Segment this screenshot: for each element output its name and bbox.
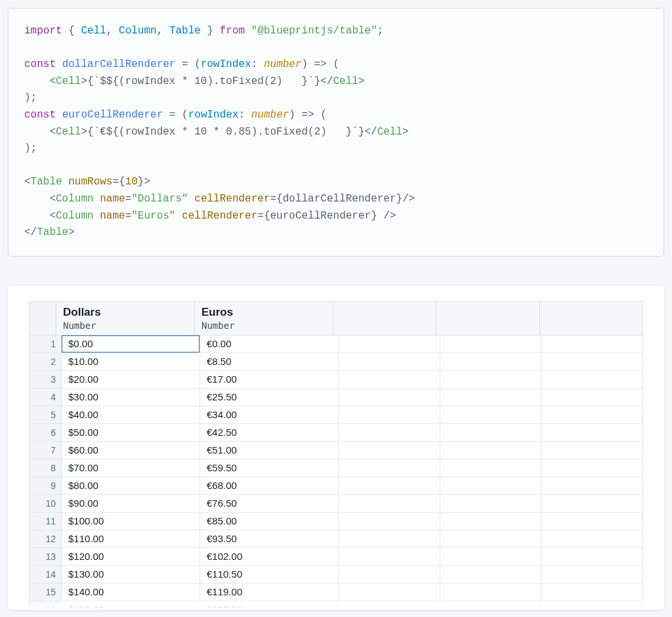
cell-empty[interactable] [440,424,542,441]
cell-dollars[interactable]: $50.00 [62,424,200,441]
cell-dollars[interactable]: $130.00 [62,566,200,583]
cell-empty[interactable] [339,530,440,547]
col-head-dollars[interactable]: Dollars Number [56,302,195,335]
cell-empty[interactable] [541,335,642,352]
cell-empty[interactable] [339,406,440,423]
cell-empty[interactable] [339,389,440,406]
cell-empty[interactable] [440,530,542,547]
cell-empty[interactable] [440,335,542,352]
cell-dollars[interactable]: $0.00 [62,335,200,352]
cell-empty[interactable] [440,389,542,406]
cell-empty[interactable] [541,371,642,388]
cell-empty[interactable] [541,601,642,610]
cell-euros[interactable]: €59.50 [200,459,339,477]
cell-euros[interactable]: €17.00 [200,371,339,388]
cell-empty[interactable] [440,513,542,530]
cell-empty[interactable] [440,566,542,583]
cell-empty[interactable] [440,495,542,512]
cell-empty[interactable] [541,584,642,601]
data-table[interactable]: Dollars Number Euros Number 1$0.00€0.002… [29,301,643,610]
row-header[interactable]: 7 [30,442,62,459]
cell-empty[interactable] [440,459,542,477]
cell-empty[interactable] [339,495,440,512]
cell-dollars[interactable]: $60.00 [62,442,200,459]
cell-euros[interactable]: €42.50 [200,424,339,441]
cell-dollars[interactable]: $90.00 [62,495,200,512]
row-header[interactable]: 16 [30,601,62,610]
cell-dollars[interactable]: $40.00 [62,406,200,423]
row-header[interactable]: 6 [30,424,62,441]
cell-empty[interactable] [339,566,440,583]
cell-empty[interactable] [541,513,642,530]
cell-empty[interactable] [339,353,440,370]
cell-euros[interactable]: €102.00 [200,548,339,565]
row-header[interactable]: 5 [30,406,62,423]
cell-dollars[interactable]: $20.00 [62,371,200,388]
cell-dollars[interactable]: $70.00 [62,459,200,477]
cell-empty[interactable] [541,389,642,406]
cell-empty[interactable] [339,424,440,441]
cell-euros[interactable]: €119.00 [200,584,339,601]
cell-empty[interactable] [541,477,642,494]
row-header[interactable]: 14 [30,566,62,583]
cell-empty[interactable] [541,566,642,583]
cell-empty[interactable] [541,530,642,547]
cell-euros[interactable]: €76.50 [200,495,339,512]
cell-dollars[interactable]: $150.00 [62,601,200,610]
table-corner[interactable] [30,302,56,335]
cell-empty[interactable] [541,459,642,477]
row-header[interactable]: 4 [30,389,62,406]
cell-empty[interactable] [339,548,440,565]
cell-euros[interactable]: €0.00 [200,335,339,352]
cell-empty[interactable] [440,601,542,610]
cell-empty[interactable] [440,548,542,565]
row-header[interactable]: 9 [30,477,62,494]
cell-euros[interactable]: €127.50 [200,601,339,610]
col-head-euros[interactable]: Euros Number [195,302,333,335]
cell-euros[interactable]: €93.50 [200,530,339,547]
cell-euros[interactable]: €8.50 [200,353,339,370]
cell-dollars[interactable]: $10.00 [62,353,200,370]
col-head-empty[interactable] [436,302,539,335]
cell-euros[interactable]: €68.00 [200,477,339,494]
cell-empty[interactable] [339,513,440,530]
col-head-empty[interactable] [540,302,642,335]
cell-empty[interactable] [541,424,642,441]
row-header[interactable]: 11 [30,513,62,530]
row-header[interactable]: 12 [30,530,62,547]
cell-dollars[interactable]: $120.00 [62,548,200,565]
cell-empty[interactable] [440,477,542,494]
row-header[interactable]: 2 [30,353,62,370]
cell-empty[interactable] [440,584,542,601]
cell-dollars[interactable]: $80.00 [62,477,200,494]
cell-empty[interactable] [339,601,440,610]
row-header[interactable]: 3 [30,371,62,388]
cell-empty[interactable] [339,371,440,388]
cell-euros[interactable]: €25.50 [200,389,339,406]
row-header[interactable]: 1 [30,335,62,352]
cell-empty[interactable] [541,442,642,459]
cell-empty[interactable] [440,442,542,459]
cell-empty[interactable] [440,406,542,423]
cell-empty[interactable] [541,406,642,423]
cell-dollars[interactable]: $110.00 [62,530,200,547]
cell-dollars[interactable]: $30.00 [62,389,200,406]
cell-euros[interactable]: €85.00 [200,513,339,530]
row-header[interactable]: 15 [30,584,62,601]
cell-empty[interactable] [440,371,542,388]
row-header[interactable]: 10 [30,495,62,512]
cell-euros[interactable]: €34.00 [200,406,339,423]
cell-euros[interactable]: €110.50 [200,566,339,583]
cell-empty[interactable] [339,584,440,601]
cell-empty[interactable] [339,335,440,352]
cell-empty[interactable] [339,442,440,459]
cell-empty[interactable] [440,353,542,370]
cell-euros[interactable]: €51.00 [200,442,339,459]
col-head-empty[interactable] [333,302,436,335]
row-header[interactable]: 8 [30,459,62,477]
row-header[interactable]: 13 [30,548,62,565]
cell-empty[interactable] [541,353,642,370]
cell-dollars[interactable]: $100.00 [62,513,200,530]
cell-empty[interactable] [339,459,440,477]
cell-empty[interactable] [339,477,440,494]
